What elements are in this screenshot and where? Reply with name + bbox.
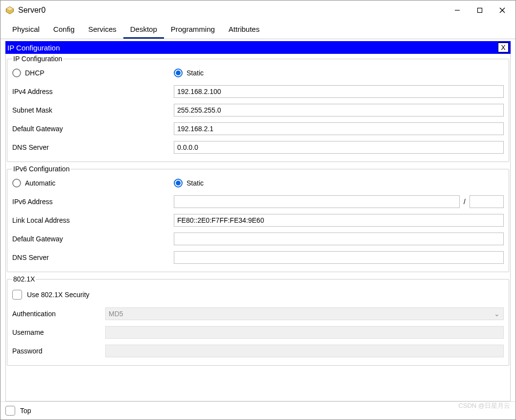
- static-label: Static: [187, 69, 204, 77]
- ipv6-gateway-label: Default Gateway: [12, 235, 174, 243]
- tab-config[interactable]: Config: [47, 20, 81, 39]
- radio-icon: [174, 179, 183, 187]
- tab-attributes[interactable]: Attributes: [222, 20, 266, 39]
- ip-configuration-group: IP Configuration DHCP Static IPv4 Addres…: [7, 55, 509, 162]
- link-local-row: Link Local Address: [12, 211, 504, 230]
- app-window: Server0 Physical Config Services Desktop…: [0, 0, 516, 420]
- default-gateway-row: Default Gateway: [12, 119, 504, 138]
- bottom-bar: Top: [0, 401, 516, 420]
- close-window-button[interactable]: [491, 3, 514, 18]
- link-local-input[interactable]: [174, 214, 504, 227]
- automatic-label: Automatic: [25, 179, 55, 187]
- ipv6-dns-label: DNS Server: [12, 254, 174, 261]
- ip-configuration-legend: IP Configuration: [12, 55, 63, 63]
- default-gateway-input[interactable]: [174, 122, 504, 135]
- radio-icon: [12, 69, 21, 77]
- subnet-mask-row: Subnet Mask: [12, 101, 504, 119]
- ipv6-configuration-legend: IPv6 Configuration: [12, 165, 70, 173]
- authentication-select[interactable]: ⌄: [105, 307, 504, 320]
- panel-header: IP Configuration X: [5, 41, 511, 54]
- panel-title: IP Configuration: [7, 44, 498, 52]
- tab-desktop[interactable]: Desktop: [123, 20, 164, 39]
- dhcp-radio[interactable]: DHCP: [12, 69, 174, 77]
- static-radio[interactable]: Static: [174, 69, 204, 77]
- dns-server-label: DNS Server: [12, 143, 174, 151]
- maximize-button[interactable]: [469, 3, 491, 18]
- dns-server-row: DNS Server: [12, 138, 504, 157]
- ipv4-address-input[interactable]: [174, 85, 504, 98]
- ipv6-mode-row: Automatic Static: [12, 176, 504, 192]
- panel-body: IP Configuration DHCP Static IPv4 Addres…: [5, 54, 511, 401]
- use-8021x-checkbox[interactable]: [12, 290, 22, 300]
- ipv6-prefix-input[interactable]: [469, 195, 504, 208]
- subnet-mask-label: Subnet Mask: [12, 106, 174, 114]
- ipv4-mode-row: DHCP Static: [12, 66, 504, 82]
- top-checkbox[interactable]: [5, 406, 15, 416]
- subnet-mask-input[interactable]: [174, 104, 504, 117]
- ipv4-address-label: IPv4 Address: [12, 88, 174, 95]
- radio-icon: [174, 69, 183, 77]
- panel-close-button[interactable]: X: [498, 43, 509, 52]
- ipv6-dns-input[interactable]: [174, 251, 504, 264]
- dot1x-group: 802.1X Use 802.1X Security Authenticatio…: [7, 275, 509, 366]
- tab-programming[interactable]: Programming: [164, 20, 222, 39]
- window-title: Server0: [18, 6, 446, 15]
- ipv6-address-label: IPv6 Address: [12, 198, 174, 206]
- ipv4-address-row: IPv4 Address: [12, 82, 504, 101]
- password-input[interactable]: [105, 345, 504, 357]
- tab-physical[interactable]: Physical: [5, 20, 47, 39]
- svg-rect-3: [478, 8, 482, 13]
- titlebar: Server0: [0, 0, 516, 20]
- dhcp-label: DHCP: [25, 69, 45, 77]
- main-tabs: Physical Config Services Desktop Program…: [0, 20, 516, 39]
- link-local-label: Link Local Address: [12, 216, 174, 224]
- tab-services[interactable]: Services: [81, 20, 123, 39]
- ipv6-gateway-input[interactable]: [174, 233, 504, 245]
- dot1x-legend: 802.1X: [12, 275, 36, 283]
- authentication-row: Authentication ⌄: [12, 304, 504, 323]
- prefix-separator: /: [460, 198, 469, 206]
- top-label: Top: [20, 407, 31, 415]
- content-area: IP Configuration X IP Configuration DHCP…: [0, 39, 516, 401]
- radio-icon: [12, 179, 21, 187]
- use-8021x-label: Use 802.1X Security: [27, 291, 90, 299]
- use-8021x-row[interactable]: Use 802.1X Security: [12, 286, 504, 304]
- ipv6-address-row: IPv6 Address /: [12, 192, 504, 211]
- ipv6-address-input[interactable]: [174, 195, 460, 208]
- ipv6-dns-row: DNS Server: [12, 248, 504, 267]
- username-input[interactable]: [105, 326, 504, 339]
- authentication-value[interactable]: [105, 307, 504, 320]
- authentication-label: Authentication: [12, 310, 105, 318]
- dns-server-input[interactable]: [174, 141, 504, 154]
- ipv6-configuration-group: IPv6 Configuration Automatic Static IPv6…: [7, 165, 509, 272]
- password-row: Password: [12, 342, 504, 360]
- username-label: Username: [12, 328, 105, 336]
- ipv6-automatic-radio[interactable]: Automatic: [12, 179, 174, 187]
- ipv6-gateway-row: Default Gateway: [12, 230, 504, 248]
- default-gateway-label: Default Gateway: [12, 125, 174, 133]
- password-label: Password: [12, 347, 105, 355]
- app-icon: [5, 6, 14, 15]
- username-row: Username: [12, 323, 504, 342]
- ipv6-static-label: Static: [187, 179, 204, 187]
- ipv6-static-radio[interactable]: Static: [174, 179, 204, 187]
- minimize-button[interactable]: [446, 3, 469, 18]
